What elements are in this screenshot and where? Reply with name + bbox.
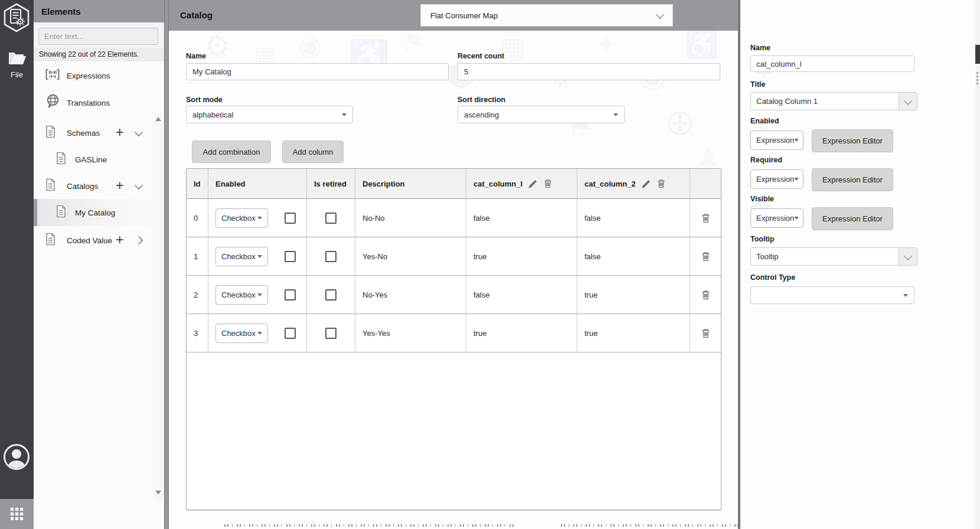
inspector-title-input[interactable] xyxy=(750,92,899,110)
file-menu-button[interactable]: File xyxy=(0,51,34,79)
control-type-select[interactable]: Checkbox xyxy=(215,285,268,305)
control-type-select[interactable]: Checkbox xyxy=(215,247,268,266)
control-type-select[interactable] xyxy=(750,286,914,304)
col-header-actions xyxy=(690,169,721,198)
enabled-checkbox[interactable] xyxy=(285,289,296,301)
elements-panel: Elements Showing 22 out of 22 Elements. xyxy=(34,0,164,529)
scrollbar-thumb[interactable] xyxy=(975,45,980,64)
is-retired-checkbox[interactable] xyxy=(325,289,337,301)
sidebar-item-label: My Catalog xyxy=(75,208,115,217)
delete-row-button[interactable] xyxy=(701,289,711,301)
catalog-editor: Catalog Flat Consumer Map Name Recent co… xyxy=(168,0,738,529)
sidebar-item-gasline[interactable]: GASLine xyxy=(34,146,152,172)
visible-mode-select[interactable]: Expression xyxy=(750,208,803,228)
table-row: 3 Checkbox Yes-Yes true true xyxy=(187,314,721,352)
delete-row-button[interactable] xyxy=(701,213,711,224)
cat-column-1-cell: true xyxy=(466,314,577,352)
collapse-schemas-button[interactable] xyxy=(133,127,145,139)
visible-label: Visible xyxy=(750,195,774,203)
sidebar-item-coded-value[interactable]: Coded Value + xyxy=(34,227,152,253)
sidebar-item-label: Catalogs xyxy=(67,182,98,191)
table-row: 0 Checkbox No-No false false xyxy=(187,199,721,237)
sidebar-item-my-catalog[interactable]: My Catalog xyxy=(34,199,164,226)
title-dropdown-button[interactable] xyxy=(899,92,917,110)
document-icon xyxy=(45,233,55,248)
catalog-header: Catalog Flat Consumer Map xyxy=(168,0,738,31)
sort-direction-select[interactable]: ascending xyxy=(458,106,625,123)
triangle-down-icon xyxy=(794,217,799,220)
name-label: Name xyxy=(186,52,206,60)
sort-direction-value: ascending xyxy=(464,110,499,119)
col-header-cat-column-2: cat_column_2 xyxy=(577,169,690,198)
visible-expression-editor-button[interactable]: Expression Editor xyxy=(812,207,893,230)
add-combination-button[interactable]: Add combination xyxy=(192,141,271,163)
name-input[interactable] xyxy=(186,63,449,80)
description-cell: No-Yes xyxy=(355,276,466,314)
panel-divider[interactable] xyxy=(164,0,169,529)
control-type-select[interactable]: Checkbox xyxy=(215,324,268,343)
combinations-table: Id Enabled Is retired Description cat_co… xyxy=(186,168,721,510)
enabled-mode-select[interactable]: Expression xyxy=(750,130,803,150)
tooltip-dropdown-button[interactable] xyxy=(899,247,917,266)
elements-panel-title: Elements xyxy=(41,6,81,17)
chevron-down-icon xyxy=(135,181,143,190)
collapse-catalogs-button[interactable] xyxy=(133,180,145,192)
tooltip-label: Tooltip xyxy=(750,235,775,243)
col-header-enabled: Enabled xyxy=(208,169,307,198)
add-coded-value-button[interactable]: + xyxy=(116,233,123,247)
inspector-divider[interactable] xyxy=(738,0,740,529)
app-logo-icon xyxy=(3,3,30,35)
edit-column-button[interactable] xyxy=(641,179,651,189)
edit-column-button[interactable] xyxy=(528,179,538,189)
grid-icon xyxy=(11,508,23,520)
delete-column-button[interactable] xyxy=(543,178,553,189)
clipped-text xyxy=(561,524,738,527)
add-schema-button[interactable]: + xyxy=(116,126,123,139)
consumer-map-value: Flat Consumer Map xyxy=(430,11,498,20)
is-retired-checkbox[interactable] xyxy=(325,251,337,262)
triangle-down-icon xyxy=(613,113,618,116)
enabled-expression-editor-button[interactable]: Expression Editor xyxy=(812,129,893,152)
consumer-map-dropdown[interactable]: Flat Consumer Map xyxy=(420,4,673,27)
delete-row-button[interactable] xyxy=(701,328,711,339)
add-catalog-button[interactable]: + xyxy=(116,179,123,192)
enabled-checkbox[interactable] xyxy=(285,328,296,339)
expand-coded-value-button[interactable] xyxy=(133,234,145,246)
control-type-select[interactable]: Checkbox xyxy=(215,208,268,228)
is-retired-checkbox[interactable] xyxy=(325,213,337,224)
required-expression-editor-button[interactable]: Expression Editor xyxy=(812,168,893,191)
is-retired-checkbox[interactable] xyxy=(325,328,337,339)
required-mode-select[interactable]: Expression xyxy=(750,169,803,189)
sidebar-item-expressions[interactable]: Expressions xyxy=(34,63,152,89)
enabled-checkbox[interactable] xyxy=(285,213,296,224)
enabled-checkbox[interactable] xyxy=(285,251,296,262)
cat-column-2-cell: false xyxy=(577,237,690,275)
search-input[interactable] xyxy=(38,28,158,45)
delete-row-button[interactable] xyxy=(701,251,711,262)
triangle-down-icon xyxy=(794,139,799,142)
scroll-up-icon[interactable] xyxy=(155,117,161,121)
scroll-down-icon[interactable] xyxy=(155,491,161,495)
sidebar-item-catalogs[interactable]: Catalogs + xyxy=(34,173,152,199)
sidebar-item-translations[interactable]: Translations xyxy=(34,90,152,116)
sort-mode-select[interactable]: alphabetical xyxy=(186,106,353,123)
description-cell: Yes-No xyxy=(355,237,466,275)
sort-mode-label: Sort mode xyxy=(186,96,223,104)
sidebar-item-schemas[interactable]: Schemas + xyxy=(34,120,152,146)
sort-mode-value: alphabetical xyxy=(192,110,233,119)
sidebar-scrollbar[interactable] xyxy=(153,112,164,499)
recent-count-input[interactable] xyxy=(458,63,720,80)
trash-icon xyxy=(701,213,711,224)
row-id: 0 xyxy=(187,199,208,237)
chevron-down-icon xyxy=(904,96,912,105)
main-scrollbar[interactable] xyxy=(975,0,980,529)
add-column-button[interactable]: Add column xyxy=(282,141,344,163)
tooltip-input[interactable] xyxy=(750,247,899,266)
app-grid-button[interactable] xyxy=(0,499,34,529)
column-inspector: Name Title Enabled Expression Expression… xyxy=(740,0,975,529)
delete-column-button[interactable] xyxy=(656,178,666,189)
triangle-down-icon xyxy=(903,294,908,297)
document-icon xyxy=(45,126,55,141)
inspector-name-input[interactable] xyxy=(750,55,914,72)
user-avatar-button[interactable] xyxy=(3,443,30,473)
